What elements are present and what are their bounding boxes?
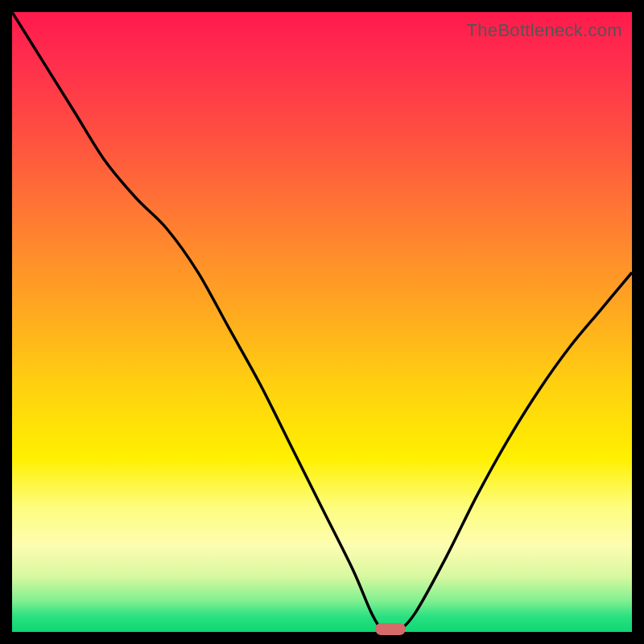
optimal-marker	[375, 623, 406, 635]
chart-container: TheBottleneck.com	[0, 0, 644, 644]
bottleneck-curve	[12, 12, 632, 632]
curve-path	[12, 12, 632, 632]
plot-area: TheBottleneck.com	[12, 12, 632, 632]
